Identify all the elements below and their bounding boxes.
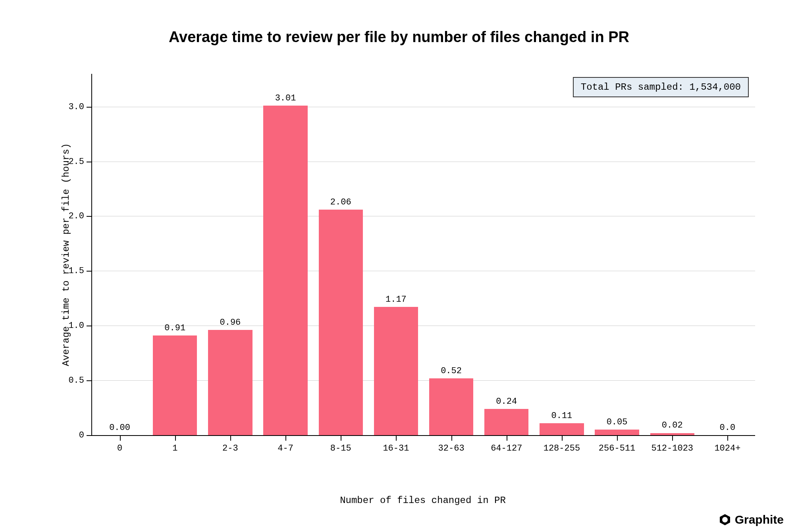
bar-value-label: 0.02: [662, 420, 683, 433]
x-tick: [230, 436, 231, 441]
y-tick: [87, 380, 91, 381]
brand-logo: Graphite: [719, 513, 784, 526]
x-tick-label: 128-255: [544, 443, 580, 453]
bar: [319, 210, 363, 435]
x-tick: [617, 436, 618, 441]
graphite-icon: [719, 514, 731, 526]
bar-value-label: 0.24: [496, 397, 517, 409]
bar: [263, 106, 307, 435]
y-tick-label: 0.5: [64, 376, 84, 386]
x-tick: [341, 436, 341, 441]
brand-name: Graphite: [735, 513, 784, 526]
x-tick: [672, 436, 673, 441]
y-tick: [87, 216, 91, 217]
y-tick: [87, 271, 91, 272]
x-tick: [562, 436, 563, 441]
bar: [208, 330, 252, 435]
grid-line: [92, 107, 755, 107]
x-tick-label: 32-63: [438, 443, 465, 453]
bar: [153, 335, 197, 435]
chart-title: Average time to review per file by numbe…: [0, 29, 798, 46]
y-tick: [87, 107, 91, 108]
bar-value-label: 2.06: [330, 197, 351, 210]
bar-value-label: 0.05: [607, 417, 628, 430]
annotation-box: Total PRs sampled: 1,534,000: [573, 77, 749, 97]
y-tick-label: 2.5: [64, 156, 84, 166]
plot-area: Total PRs sampled: 1,534,000 00.51.01.52…: [91, 74, 755, 436]
y-tick-label: 0: [64, 430, 84, 440]
x-axis-label: Number of files changed in PR: [91, 495, 754, 506]
bar: [429, 378, 473, 435]
x-tick: [507, 436, 507, 441]
y-tick: [87, 162, 91, 162]
y-tick-label: 2.0: [64, 211, 84, 221]
bar-value-label: 0.11: [551, 411, 572, 423]
x-tick: [396, 436, 397, 441]
bar: [540, 423, 584, 435]
bar-value-label: 0.52: [441, 366, 462, 378]
x-tick-label: 4-7: [278, 443, 293, 453]
bar-value-label: 0.91: [164, 323, 185, 335]
x-tick-label: 1024+: [714, 443, 740, 453]
x-tick-label: 1: [172, 443, 177, 453]
bar: [374, 307, 418, 435]
bar: [650, 433, 694, 436]
grid-line: [92, 216, 755, 216]
bar-value-label: 3.01: [275, 93, 296, 106]
y-tick-label: 1.0: [64, 321, 84, 331]
y-tick-label: 1.5: [64, 266, 84, 276]
grid-line: [92, 162, 755, 162]
chart-container: Average time to review per file (hours) …: [64, 74, 754, 463]
x-tick-label: 2-3: [222, 443, 238, 453]
x-tick: [175, 436, 176, 441]
y-tick: [87, 435, 91, 436]
svg-point-1: [722, 517, 728, 522]
x-tick-label: 256-511: [599, 443, 635, 453]
x-tick: [120, 436, 121, 441]
x-tick: [727, 436, 728, 441]
y-tick-label: 3.0: [64, 102, 84, 112]
x-tick-label: 64-127: [491, 443, 522, 453]
bar-value-label: 0.00: [109, 423, 130, 435]
x-tick-label: 8-15: [330, 443, 351, 453]
y-tick: [87, 326, 91, 326]
x-tick-label: 512-1023: [651, 443, 693, 453]
bar-value-label: 1.17: [386, 295, 407, 307]
bar-value-label: 0.0: [720, 423, 736, 435]
grid-line: [92, 271, 755, 271]
x-tick: [285, 436, 286, 441]
grid-line: [92, 326, 755, 326]
x-tick-label: 16-31: [383, 443, 409, 453]
x-tick-label: 0: [117, 443, 122, 453]
bar-value-label: 0.96: [220, 318, 241, 330]
bar: [484, 409, 528, 435]
x-tick: [451, 436, 452, 441]
bar: [595, 430, 639, 435]
